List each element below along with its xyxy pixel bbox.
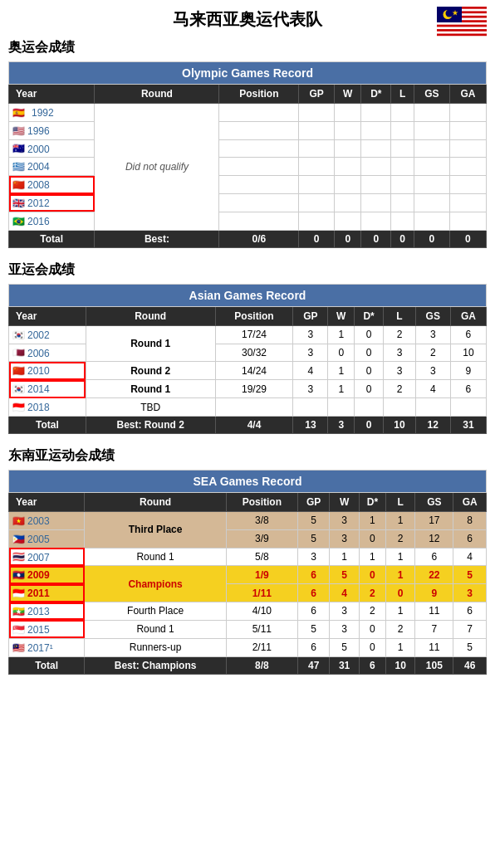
total-gp: 0 xyxy=(299,230,335,247)
olympic-section-title: 奥运会成绩 xyxy=(8,39,487,56)
total-l: 10 xyxy=(384,416,416,433)
table-row: 🇻🇳2003 Third Place 3/85311178 xyxy=(9,511,487,529)
svg-rect-4 xyxy=(437,22,487,25)
did-not-qualify: Did not qualify xyxy=(95,104,219,231)
table-row: 🇮🇩2011 1/11 6 4 2 0 9 3 xyxy=(9,584,487,602)
table-row: 🇵🇭2005 3/95302126 xyxy=(9,529,487,548)
asian-section-title: 亚运会成绩 xyxy=(8,261,487,279)
total-best: Best: Round 2 xyxy=(86,416,215,433)
total-w: 3 xyxy=(328,416,355,433)
table-row: 🇹🇭2007 Round 1 5/8311164 xyxy=(9,548,487,566)
total-label: Total xyxy=(9,416,86,433)
table-row: 🇧🇷2016 xyxy=(9,212,487,230)
table-row: 🇸🇬2015 Round 1 5/11530277 xyxy=(9,620,487,638)
sea-col-l: L xyxy=(386,492,415,511)
asian-col-w: W xyxy=(328,306,355,325)
asian-record-header: Asian Games Record xyxy=(9,284,487,306)
olympic-col-gp: GP xyxy=(299,85,335,104)
olympic-col-gs: GS xyxy=(414,85,449,104)
total-gs: 0 xyxy=(414,230,449,247)
asian-col-position: Position xyxy=(215,306,293,325)
olympic-col-l: L xyxy=(391,85,414,104)
sea-col-year: Year xyxy=(9,492,85,511)
total-d: 6 xyxy=(359,656,385,674)
table-row: 🇶🇦2006 30/323003210 xyxy=(9,344,487,362)
asian-total-row: Total Best: Round 2 4/4 13 3 0 10 12 31 xyxy=(9,416,487,433)
olympic-record-header: Olympic Games Record xyxy=(9,62,487,85)
asian-col-year: Year xyxy=(9,306,86,325)
table-row: 🇲🇾2017¹ Runners-up 2/116501115 xyxy=(9,638,487,656)
asian-col-ga: GA xyxy=(450,306,486,325)
total-l: 10 xyxy=(386,656,415,674)
total-best: Best: xyxy=(95,230,219,247)
sea-record-header: SEA Games Record xyxy=(9,470,487,492)
sea-col-w: W xyxy=(330,492,359,511)
sea-col-position: Position xyxy=(226,492,297,511)
olympic-total-row: Total Best: 0/6 0 0 0 0 0 0 xyxy=(9,230,487,247)
table-row: 🇪🇸1992 Did not qualify xyxy=(9,104,487,122)
svg-rect-5 xyxy=(437,27,487,29)
total-position: 8/8 xyxy=(226,656,297,674)
sea-section-title: 东南亚运动会成绩 xyxy=(8,447,487,465)
table-row: 🇰🇷2002 Round 1 17/24310236 xyxy=(9,325,487,344)
total-w: 31 xyxy=(330,656,359,674)
table-row: 🇦🇺2000 xyxy=(9,139,487,158)
sea-col-gp: GP xyxy=(297,492,330,511)
total-w: 0 xyxy=(335,230,361,247)
total-gp: 13 xyxy=(293,416,328,433)
asian-col-gp: GP xyxy=(293,306,328,325)
svg-rect-6 xyxy=(437,32,487,34)
malaysia-flag xyxy=(437,7,487,38)
total-ga: 46 xyxy=(453,656,487,674)
olympic-col-w: W xyxy=(335,85,361,104)
olympic-table: Olympic Games Record Year Round Position… xyxy=(8,61,487,248)
round-1-span: Round 1 xyxy=(86,325,215,362)
asian-col-l: L xyxy=(384,306,416,325)
asian-col-gs: GS xyxy=(415,306,450,325)
asian-table: Asian Games Record Year Round Position G… xyxy=(8,284,487,434)
table-row: 🇬🇷2004 xyxy=(9,158,487,176)
sea-total-row: Total Best: Champions 8/8 47 31 6 10 105… xyxy=(9,656,487,674)
page-title: 马来西亚奥运代表队 xyxy=(173,10,322,28)
table-row: 🇮🇩2018 TBD xyxy=(9,398,487,417)
total-d: 0 xyxy=(361,230,391,247)
total-best: Best: Champions xyxy=(85,656,226,674)
sea-col-ga: GA xyxy=(453,492,487,511)
table-row: 🇲🇲2013 Fourth Place 4/106321116 xyxy=(9,602,487,621)
total-l: 0 xyxy=(391,230,414,247)
table-row: 🇰🇷2014 Round 1 19/29310246 xyxy=(9,380,487,398)
sea-col-gs: GS xyxy=(415,492,453,511)
total-label: Total xyxy=(9,656,85,674)
total-ga: 31 xyxy=(450,416,486,433)
total-gs: 105 xyxy=(415,656,453,674)
svg-point-10 xyxy=(446,10,453,17)
total-position: 4/4 xyxy=(215,416,293,433)
olympic-col-position: Position xyxy=(219,85,299,104)
sea-col-round: Round xyxy=(85,492,226,511)
table-row: 🇱🇦2009 Champions 1/9 6 5 0 1 22 5 xyxy=(9,566,487,584)
table-row: 🇬🇧2012 xyxy=(9,194,487,212)
sea-table: SEA Games Record Year Round Position GP … xyxy=(8,470,487,675)
olympic-col-d: D* xyxy=(361,85,391,104)
table-row: 🇨🇳2008 xyxy=(9,176,487,194)
total-ga: 0 xyxy=(449,230,486,247)
total-d: 0 xyxy=(355,416,384,433)
asian-col-round: Round xyxy=(86,306,215,325)
olympic-col-ga: GA xyxy=(449,85,486,104)
olympic-col-year: Year xyxy=(9,85,95,104)
total-gp: 47 xyxy=(297,656,330,674)
total-label: Total xyxy=(9,230,95,247)
svg-rect-7 xyxy=(437,36,487,38)
table-row: 🇨🇳2010 Round 2 14/24410339 xyxy=(9,362,487,380)
flag-spain: 🇪🇸 xyxy=(12,107,29,118)
asian-col-d: D* xyxy=(355,306,384,325)
table-row: 🇺🇸1996 xyxy=(9,121,487,139)
olympic-col-round: Round xyxy=(95,85,219,104)
total-gs: 12 xyxy=(415,416,450,433)
sea-col-d: D* xyxy=(359,492,385,511)
total-position: 0/6 xyxy=(219,230,299,247)
